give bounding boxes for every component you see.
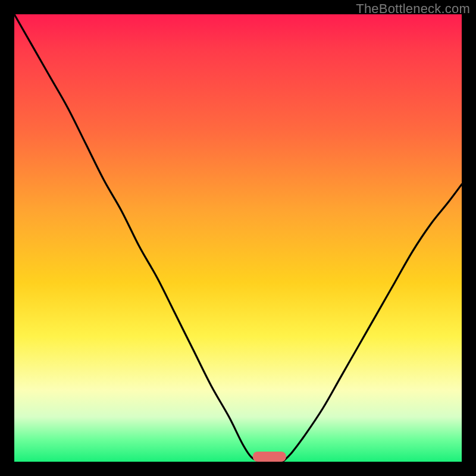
bottleneck-curve: [14, 14, 462, 462]
plot-area: [14, 14, 462, 462]
curve-right-branch: [283, 184, 462, 462]
curve-left-branch: [14, 14, 261, 462]
optimal-range-marker: [252, 452, 286, 462]
chart-frame: TheBottleneck.com: [0, 0, 476, 476]
